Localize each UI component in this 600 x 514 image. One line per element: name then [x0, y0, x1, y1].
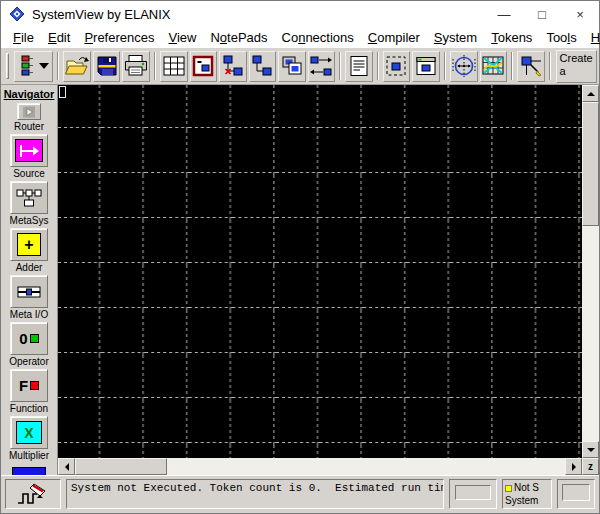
menu-bar: File Edit Preferences View NotePads Conn…	[1, 27, 599, 47]
menu-tools[interactable]: Tools	[539, 29, 583, 46]
design-area-column	[58, 85, 582, 475]
router-token-button[interactable]	[17, 103, 41, 120]
blue-box-icon	[12, 467, 46, 475]
horizontal-scroll-track[interactable]	[167, 458, 565, 475]
arrow-up-icon	[587, 88, 595, 96]
select-tokens-button[interactable]	[383, 51, 410, 82]
menu-compiler[interactable]: Compiler	[361, 29, 427, 46]
duplicate-tokens-button[interactable]	[278, 51, 305, 82]
run-system-panel[interactable]	[5, 479, 61, 509]
scroll-down-button[interactable]	[582, 441, 599, 458]
multiplier-x-icon: X	[16, 421, 42, 444]
state-line1-text: Not S	[514, 482, 539, 495]
operator-icon: 0	[19, 330, 38, 347]
compass-button[interactable]	[450, 51, 478, 82]
vertical-scroll-thumb[interactable]	[582, 102, 599, 226]
vertical-scroll-track[interactable]	[582, 226, 599, 441]
save-button[interactable]	[93, 51, 120, 82]
analysis-window-button[interactable]	[480, 51, 507, 82]
menu-notepads[interactable]: NotePads	[203, 29, 274, 46]
design-canvas[interactable]	[58, 85, 582, 458]
meta-io-token-button[interactable]	[10, 275, 48, 308]
connect-tokens-button[interactable]	[249, 51, 276, 82]
vertical-scrollbar[interactable]	[582, 85, 599, 458]
adder-plus-icon: +	[17, 233, 41, 256]
menu-preferences[interactable]: Preferences	[77, 29, 161, 46]
zoom-button[interactable]: z	[582, 458, 599, 475]
run-system-icon	[16, 480, 50, 508]
grid-icon	[162, 54, 186, 78]
toolbar: Create a	[1, 47, 599, 85]
operator-token-button[interactable]: 0	[10, 322, 48, 355]
status-extra-inner	[562, 484, 590, 501]
navigator-item-router[interactable]: Router	[14, 103, 44, 132]
connect-tokens-icon	[250, 54, 274, 78]
navigator-item-operator[interactable]: 0 Operator	[9, 322, 48, 367]
canvas-grid	[58, 85, 582, 458]
app-logo-icon	[9, 6, 25, 22]
navigator-item-meta-io[interactable]: Meta I/O	[10, 275, 48, 320]
title-bar: SystemView by ELANIX — □ ×	[1, 1, 599, 27]
status-bar: System not Executed. Token count is 0. E…	[1, 475, 599, 513]
navigator-item-function[interactable]: F Function	[10, 369, 48, 414]
meta-io-icon	[16, 284, 42, 300]
toolbar-separator	[377, 52, 379, 80]
create-a-button[interactable]: Create a	[556, 50, 597, 83]
state-line2-text: System	[505, 495, 549, 508]
arrow-left-icon	[61, 463, 69, 471]
system-state-panel: Not S System	[502, 479, 552, 509]
horizontal-scroll-thumb[interactable]	[75, 458, 167, 475]
metasys-token-button[interactable]	[10, 181, 48, 214]
function-token-button[interactable]: F	[10, 369, 48, 402]
status-progress-inner	[455, 485, 491, 500]
token-wand-button[interactable]	[517, 51, 544, 82]
menu-view[interactable]: View	[161, 29, 203, 46]
arrow-down-icon	[587, 448, 595, 456]
menu-file[interactable]: File	[6, 29, 41, 46]
minimize-button[interactable]: —	[485, 1, 523, 27]
adder-token-button[interactable]: +	[10, 228, 48, 261]
save-floppy-icon	[95, 54, 119, 78]
disconnect-tokens-button[interactable]	[219, 51, 246, 82]
open-button[interactable]	[63, 51, 91, 82]
main-area: Navigator Router	[1, 85, 599, 475]
grid-button[interactable]	[160, 51, 187, 82]
horizontal-scrollbar[interactable]	[58, 458, 582, 475]
token-window-button[interactable]	[412, 51, 439, 82]
select-tokens-icon	[384, 54, 408, 78]
menu-tokens[interactable]: Tokens	[484, 29, 539, 46]
token-reservoir-dropdown-button[interactable]	[14, 51, 53, 82]
close-button[interactable]: ×	[561, 1, 599, 27]
navigator-item-multiplier[interactable]: X Multiplier	[9, 416, 49, 461]
toolbar-drag-handle[interactable]	[6, 53, 9, 79]
navigator-title: Navigator	[4, 88, 55, 100]
maximize-button[interactable]: □	[523, 1, 561, 27]
menu-connections[interactable]: Connections	[275, 29, 361, 46]
scroll-up-button[interactable]	[582, 85, 599, 102]
duplicate-tokens-icon	[280, 54, 304, 78]
reverse-connection-icon	[309, 54, 333, 78]
menu-system[interactable]: System	[427, 29, 484, 46]
menu-edit[interactable]: Edit	[41, 29, 77, 46]
scroll-left-button[interactable]	[58, 458, 75, 475]
redraw-system-button[interactable]	[190, 51, 217, 82]
notepad-button[interactable]	[345, 51, 372, 82]
menu-help[interactable]: Help	[584, 29, 600, 46]
router-play-icon	[22, 106, 36, 118]
multiplier-token-button[interactable]: X	[10, 416, 48, 449]
reverse-connection-button[interactable]	[308, 51, 335, 82]
navigator-item-sink-partial[interactable]	[12, 463, 46, 475]
not-saved-led-icon	[505, 485, 512, 492]
redraw-system-icon	[191, 54, 215, 78]
toolbar-separator	[154, 52, 156, 80]
print-button[interactable]	[122, 51, 150, 82]
navigator-item-adder[interactable]: + Adder	[10, 228, 48, 273]
navigator-item-source[interactable]: Source	[10, 134, 48, 179]
toolbar-separator	[444, 52, 446, 80]
window-controls: — □ ×	[485, 1, 599, 27]
analysis-window-icon	[481, 54, 505, 78]
token-wand-icon	[519, 54, 543, 78]
source-token-button[interactable]	[10, 134, 48, 167]
navigator-item-metasys[interactable]: MetaSys	[10, 181, 49, 226]
scroll-right-button[interactable]	[565, 458, 582, 475]
